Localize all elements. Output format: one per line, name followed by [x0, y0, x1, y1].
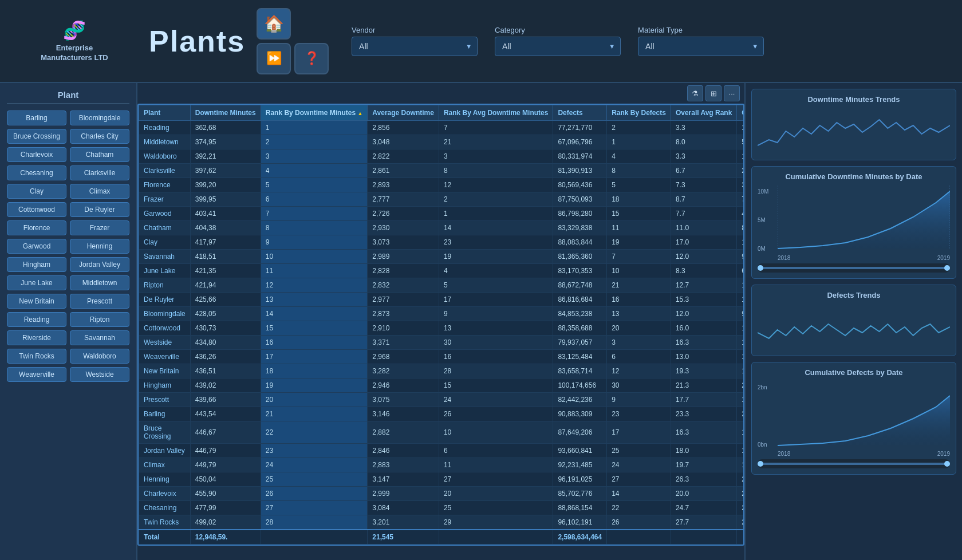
sidebar-item-jordan-valley[interactable]: Jordan Valley	[70, 257, 129, 272]
table-row[interactable]: Westside434,80163,3713079,937,057316.314	[139, 336, 745, 350]
table-scroll[interactable]: Plant Downtime Minutes Rank By Downtime …	[137, 104, 744, 558]
table-footer-cell	[737, 530, 744, 545]
table-row[interactable]: Ripton421,94122,832588,672,7482112.710	[139, 278, 745, 293]
sidebar-item-chatham[interactable]: Chatham	[70, 147, 129, 162]
col-defects[interactable]: Defects	[553, 105, 607, 121]
sidebar-item-reading[interactable]: Reading	[7, 312, 66, 327]
table-row[interactable]: Barling443,54213,1462690,883,3092323.322	[139, 407, 745, 421]
cumulative-downtime-card: Cumulative Downtime Minutes by Date 10M …	[751, 166, 956, 279]
table-cell: 15.3	[671, 293, 736, 307]
table-cell: 25	[607, 444, 671, 458]
sidebar-item-westside[interactable]: Westside	[70, 367, 129, 382]
defects-slider-handle-left[interactable]	[758, 461, 763, 467]
table-cell: 26	[607, 515, 671, 530]
table-row[interactable]: Waldoboro392,2132,822380,331,97443.31	[139, 149, 745, 164]
table-row[interactable]: Henning450,04253,1472796,191,0252726.324	[139, 472, 745, 487]
table-row[interactable]: Clay417,9793,0732388,083,8441917.015	[139, 235, 745, 250]
table-row[interactable]: Frazer399,9562,777287,750,093188.77	[139, 192, 745, 207]
vendor-select[interactable]: All	[352, 37, 478, 56]
sidebar-item-florence[interactable]: Florence	[7, 220, 66, 235]
table-cell: 11	[607, 221, 671, 235]
sidebar-item-bruce-crossing[interactable]: Bruce Crossing	[7, 129, 66, 144]
table-row[interactable]: Bruce Crossing446,67222,8821087,649,2061…	[139, 421, 745, 444]
col-rank-downtime[interactable]: Rank By Downtime Minutes ▲	[261, 105, 368, 121]
table-cell: 88,868,154	[553, 501, 607, 515]
table-row[interactable]: Charlevoix455,90262,9992085,702,7761420.…	[139, 487, 745, 501]
sidebar-item-savannah[interactable]: Savannah	[70, 330, 129, 345]
filter-toolbar-button[interactable]: ⚗	[687, 85, 703, 101]
cumulative-defects-card: Cumulative Defects by Date 2bn 0bn 2018 …	[751, 362, 956, 475]
sidebar-item-june-lake[interactable]: June Lake	[7, 275, 66, 290]
table-row[interactable]: Climax449,79242,8831192,231,4852419.719	[139, 458, 745, 472]
table-row[interactable]: Florence399,2052,8931280,569,43657.33	[139, 178, 745, 192]
col-rank-avg-downtime[interactable]: Rank By Avg Downtime Minutes	[439, 105, 553, 121]
fastforward-button[interactable]: ⏩	[257, 43, 291, 74]
table-row[interactable]: Savannah418,51102,9891981,365,360712.09	[139, 250, 745, 264]
help-button[interactable]: ❓	[294, 43, 329, 74]
slider-handle-right[interactable]	[944, 265, 950, 271]
cumulative-defects-slider[interactable]	[758, 459, 950, 468]
sidebar-item-de-ruyler[interactable]: De Ruyler	[70, 202, 129, 217]
col-rank-defects[interactable]: Rank By Defects	[607, 105, 671, 121]
table-row[interactable]: Hingham439,02192,94615100,174,6563021.32…	[139, 378, 745, 393]
sidebar-item-henning[interactable]: Henning	[70, 239, 129, 254]
table-row[interactable]: Reading362,6812,856777,271,77023.31	[139, 121, 745, 135]
sidebar-item-clay[interactable]: Clay	[7, 184, 66, 199]
col-overall-rank[interactable]: Overall Rank	[737, 105, 744, 121]
category-select[interactable]: All	[495, 37, 621, 56]
sidebar-item-clarksville[interactable]: Clarksville	[70, 165, 129, 180]
table-row[interactable]: Chatham404,3882,9301483,329,8381111.08	[139, 221, 745, 235]
home-button[interactable]: 🏠	[257, 8, 291, 40]
logo-text: EnterpriseManufacturers LTD	[41, 44, 108, 63]
sidebar-item-weaverville[interactable]: Weaverville	[7, 367, 66, 382]
sidebar-item-climax[interactable]: Climax	[70, 184, 129, 199]
table-row[interactable]: June Lake421,35112,828483,170,353108.36	[139, 264, 745, 278]
col-avg-downtime[interactable]: Average Downtime	[368, 105, 439, 121]
sidebar-item-bloomingdale[interactable]: Bloomingdale	[70, 111, 129, 125]
table-row[interactable]: De Ruyler425,66132,9771786,816,6841615.3…	[139, 293, 745, 307]
sidebar-item-charles-city[interactable]: Charles City	[70, 129, 129, 144]
defects-slider-handle-right[interactable]	[944, 461, 950, 467]
table-cell: 3,084	[368, 501, 439, 515]
sidebar-item-charlevoix[interactable]: Charlevoix	[7, 147, 66, 162]
table-row[interactable]: Cottonwood430,73152,9101388,358,6882016.…	[139, 321, 745, 336]
sidebar-item-hingham[interactable]: Hingham	[7, 257, 66, 272]
expand-toolbar-button[interactable]: ⊞	[705, 85, 722, 101]
table-row[interactable]: Chesaning477,99273,0842588,868,1542224.7…	[139, 501, 745, 515]
table-row[interactable]: Twin Rocks499,02283,2012996,102,1912627.…	[139, 515, 745, 530]
table-cell: 20	[607, 321, 671, 336]
sidebar-item-riverside[interactable]: Riverside	[7, 330, 66, 345]
table-cell: 20.0	[671, 487, 736, 501]
sidebar-item-ripton[interactable]: Ripton	[70, 312, 129, 327]
sidebar-item-garwood[interactable]: Garwood	[7, 239, 66, 254]
sidebar-item-middletown[interactable]: Middletown	[70, 275, 129, 290]
table-row[interactable]: Jordan Valley446,79232,846693,660,841251…	[139, 444, 745, 458]
sidebar-item-waldoboro[interactable]: Waldoboro	[70, 349, 129, 364]
sidebar-item-barling[interactable]: Barling	[7, 111, 66, 125]
sidebar-item-cottonwood[interactable]: Cottonwood	[7, 202, 66, 217]
col-downtime-minutes[interactable]: Downtime Minutes	[190, 105, 261, 121]
table-footer-cell	[261, 530, 368, 545]
table-row[interactable]: Middletown374,9523,0482167,096,79618.05	[139, 135, 745, 149]
col-plant[interactable]: Plant	[139, 105, 191, 121]
material-type-select[interactable]: All	[638, 37, 764, 56]
sidebar-item-frazer[interactable]: Frazer	[70, 220, 129, 235]
sidebar-item-chesaning[interactable]: Chesaning	[7, 165, 66, 180]
slider-handle-left[interactable]	[758, 265, 763, 271]
table-row[interactable]: New Britain436,51183,2822883,658,7141219…	[139, 364, 745, 378]
table-row[interactable]: Garwood403,4172,726186,798,280157.74	[139, 207, 745, 221]
sidebar-item-prescott[interactable]: Prescott	[70, 294, 129, 309]
table-cell: Westside	[139, 336, 191, 350]
sidebar-item-twin-rocks[interactable]: Twin Rocks	[7, 349, 66, 364]
table-row[interactable]: Weaverville436,26172,9681683,125,484613.…	[139, 350, 745, 364]
col-overall-avg-rank[interactable]: Overall Avg Rank	[671, 105, 736, 121]
table-cell: 17	[737, 444, 744, 458]
table-cell: 13	[607, 307, 671, 321]
more-toolbar-button[interactable]: ···	[724, 85, 740, 101]
sidebar-item-new-britain[interactable]: New Britain	[7, 294, 66, 309]
cumulative-downtime-slider[interactable]	[758, 263, 950, 273]
table-row[interactable]: Clarksville397,6242,861881,390,91386.72	[139, 164, 745, 178]
table-row[interactable]: Bloomingdale428,05142,873984,853,2381312…	[139, 307, 745, 321]
table-cell: New Britain	[139, 364, 191, 378]
table-row[interactable]: Prescott439,66203,0752482,442,236917.716	[139, 393, 745, 407]
